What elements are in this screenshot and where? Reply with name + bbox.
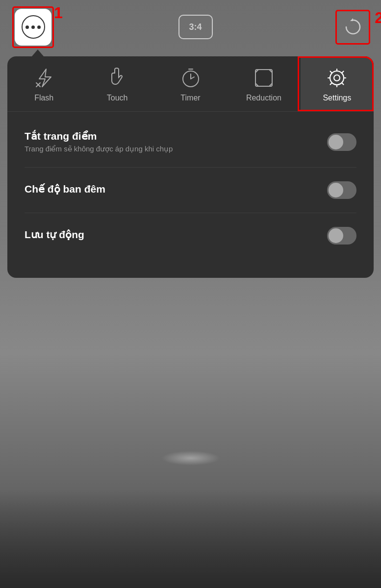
timer-icon	[180, 67, 202, 89]
flash-icon	[33, 67, 55, 89]
settings-icon	[326, 67, 348, 89]
toolbar-item-reduction[interactable]: Reduction	[227, 56, 300, 111]
settings-section: Tắt trang điểm Trang điểm sẽ không được …	[7, 112, 374, 263]
toolbar-item-settings[interactable]: Settings	[301, 56, 374, 111]
three-dots-icon	[25, 25, 41, 29]
makeup-toggle-knob	[329, 135, 343, 149]
toolbar-row: Flash Touch Timer	[7, 56, 374, 112]
svg-point-9	[330, 71, 344, 85]
nightmode-toggle-knob	[329, 183, 343, 197]
nightmode-setting-info: Chế độ ban đêm	[25, 183, 105, 197]
reduction-icon	[253, 67, 275, 89]
nightmode-title: Chế độ ban đêm	[25, 183, 105, 195]
more-button-container: 1	[15, 9, 51, 46]
more-circle	[22, 15, 45, 39]
touch-icon	[106, 67, 128, 89]
aspect-ratio-label: 3:4	[189, 22, 202, 32]
nightmode-setting-row: Chế độ ban đêm	[25, 168, 356, 213]
reduction-label: Reduction	[246, 94, 281, 102]
flash-label: Flash	[34, 94, 53, 102]
bottom-dark-overlay	[0, 490, 381, 588]
autosave-toggle-knob	[329, 228, 343, 243]
panel-arrow	[32, 49, 44, 56]
more-button[interactable]	[15, 9, 51, 46]
autosave-setting-info: Lưu tự động	[25, 229, 84, 243]
makeup-setting-info: Tắt trang điểm Trang điểm sẽ không được …	[25, 130, 173, 153]
rotate-button-container: 2	[339, 14, 366, 41]
svg-point-8	[334, 75, 340, 81]
settings-label: Settings	[323, 94, 351, 102]
autosave-toggle[interactable]	[327, 227, 356, 245]
toolbar-item-touch[interactable]: Touch	[80, 56, 153, 111]
annotation-label-2: 2	[375, 10, 381, 25]
toolbar-item-flash[interactable]: Flash	[7, 56, 80, 111]
autosave-title: Lưu tự động	[25, 229, 84, 241]
makeup-setting-row: Tắt trang điểm Trang điểm sẽ không được …	[25, 117, 356, 168]
aspect-ratio-button[interactable]: 3:4	[178, 15, 213, 39]
toolbar-item-timer[interactable]: Timer	[154, 56, 227, 111]
makeup-toggle[interactable]	[327, 133, 356, 151]
lens-flare	[161, 451, 220, 466]
timer-label: Timer	[180, 94, 200, 102]
rotate-camera-button[interactable]	[339, 14, 366, 41]
makeup-title: Tắt trang điểm	[25, 130, 173, 142]
rotate-icon	[343, 17, 363, 37]
nightmode-toggle[interactable]	[327, 181, 356, 199]
top-bar: 1 3:4 2	[0, 0, 381, 54]
svg-line-5	[191, 77, 194, 79]
dropdown-panel: Flash Touch Timer	[7, 56, 374, 278]
touch-label: Touch	[107, 94, 128, 102]
autosave-setting-row: Lưu tự động	[25, 213, 356, 258]
svg-marker-0	[350, 18, 353, 21]
makeup-desc: Trang điểm sẽ không được áp dụng khi chụ…	[25, 145, 173, 153]
svg-rect-7	[255, 70, 272, 86]
annotation-label-1: 1	[54, 5, 63, 21]
